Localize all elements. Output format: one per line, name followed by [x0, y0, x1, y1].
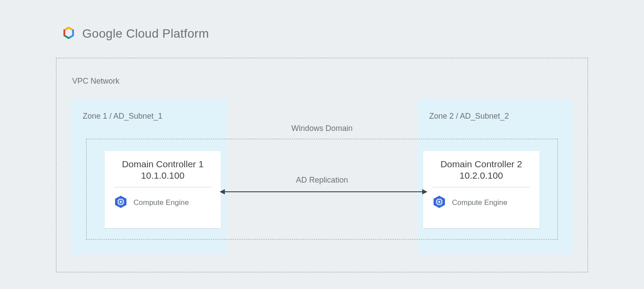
gcp-title-bold: Google	[82, 27, 122, 40]
dc1-ip: 10.1.0.100	[114, 170, 211, 181]
ad-replication-arrow-head-right	[422, 189, 427, 194]
dc2-divider	[433, 187, 530, 187]
dc2-product-row: Compute Engine	[433, 195, 530, 210]
svg-rect-2	[120, 201, 122, 203]
zone-1-label: Zone 1 / AD_Subnet_1	[83, 112, 162, 121]
gcp-header: Google Cloud Platform	[61, 25, 209, 42]
compute-engine-icon	[114, 195, 127, 210]
dc1-product-row: Compute Engine	[114, 195, 211, 210]
vpc-network-label: VPC Network	[72, 77, 119, 86]
gcp-logo-icon	[61, 25, 76, 42]
compute-engine-icon	[433, 195, 446, 210]
svg-rect-17	[438, 201, 440, 203]
zone-2-label: Zone 2 / AD_Subnet_2	[429, 112, 509, 121]
vpc-network-box: VPC Network Zone 1 / AD_Subnet_1 Zone 2 …	[56, 58, 588, 272]
gcp-title-rest: Cloud Platform	[126, 27, 209, 40]
dc2-title: Domain Controller 2	[433, 159, 530, 169]
domain-controller-2-card: Domain Controller 2 10.2.0.100	[423, 151, 539, 228]
ad-replication-arrow-line	[223, 191, 424, 192]
dc2-product-label: Compute Engine	[452, 198, 508, 207]
windows-domain-label: Windows Domain	[291, 124, 353, 133]
dc1-product-label: Compute Engine	[133, 198, 189, 207]
domain-controller-1-card: Domain Controller 1 10.1.0.100	[105, 151, 221, 228]
ad-replication-label: AD Replication	[296, 176, 348, 185]
dc1-divider	[114, 187, 211, 187]
ad-replication-arrow-head-left	[220, 189, 225, 194]
gcp-title: Google Cloud Platform	[82, 27, 209, 41]
diagram-canvas: Google Cloud Platform VPC Network Zone 1…	[0, 0, 644, 289]
dc2-ip: 10.2.0.100	[433, 170, 530, 181]
dc1-title: Domain Controller 1	[114, 159, 211, 169]
